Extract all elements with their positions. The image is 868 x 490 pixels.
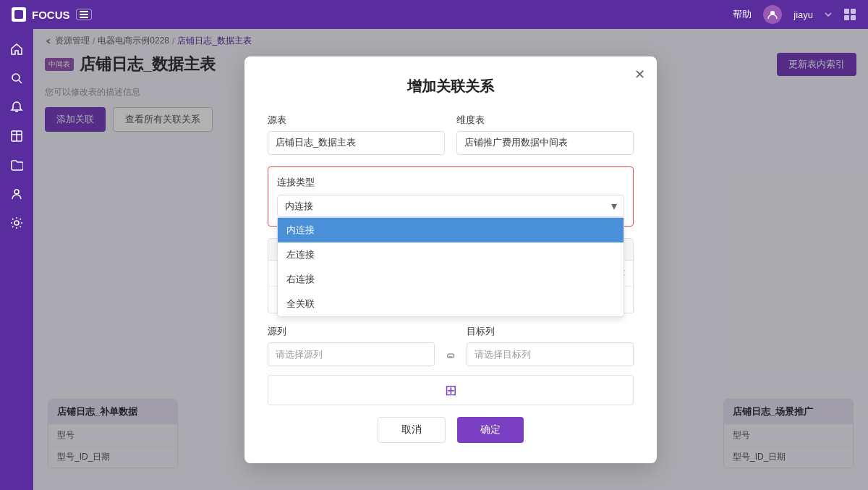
dropdown-option-full[interactable]: 全关联 [278,292,624,316]
sidebar-home-icon[interactable] [4,36,30,62]
source-col-group: 源列 请选择源列 [268,325,435,366]
sidebar-search-icon[interactable] [4,65,30,91]
svg-rect-1 [80,14,88,15]
logo-icon [12,7,26,22]
content-area: 资源管理 / 电器电商示例0228 / 店铺日志_数据主表 中间表 店铺日志_数… [33,29,868,490]
username: jiayu [793,9,813,20]
svg-line-9 [19,80,22,83]
help-text[interactable]: 帮助 [733,8,752,21]
svg-point-15 [14,221,19,225]
modal-close-button[interactable]: ✕ [634,67,645,83]
modal-overlay: ✕ 增加关联关系 源表 维度表 连接类型 [33,29,868,490]
app-name: FOCUS [32,9,70,21]
dimension-group: 维度表 [456,114,634,155]
svg-rect-7 [851,15,856,20]
svg-point-8 [12,74,20,81]
nav-left: FOCUS [12,7,92,22]
svg-rect-5 [851,9,856,14]
avatar[interactable] [763,5,782,24]
top-nav: FOCUS 帮助 jiayu [0,0,868,29]
conn-type-select[interactable]: 内连接 左连接 右连接 全关联 [277,195,624,217]
sidebar-bell-icon[interactable] [4,94,30,120]
dropdown-option-inner[interactable]: 内连接 [278,218,624,242]
dropdown-option-right[interactable]: 右连接 [278,267,624,292]
conn-type-label: 连接类型 [277,176,624,189]
confirm-button[interactable]: 确定 [457,417,524,443]
cancel-button[interactable]: 取消 [378,417,446,443]
sidebar-folder-icon[interactable] [4,152,30,178]
conn-type-section: 连接类型 内连接 左连接 右连接 全关联 ▾ 内连接 左连接 [268,166,634,227]
sidebar-person-icon[interactable] [4,181,30,207]
add-condition-row: ⊞ [268,375,634,405]
target-col-label: 目标列 [467,325,634,338]
dimension-label: 维度表 [456,114,634,127]
conn-type-select-wrapper: 内连接 左连接 右连接 全关联 ▾ 内连接 左连接 右连接 全关联 [277,195,624,217]
col-select-area: 源列 请选择源列 目标列 请选择目标列 [268,325,634,366]
modal-footer: 取消 确定 [268,417,634,443]
svg-point-14 [14,190,19,194]
link-icon [443,350,458,366]
sidebar-settings-icon[interactable] [4,210,30,236]
source-label: 源表 [268,114,445,127]
nav-right: 帮助 jiayu [733,5,856,24]
dropdown-option-left[interactable]: 左连接 [278,242,624,267]
svg-rect-6 [844,15,849,20]
svg-rect-0 [80,11,88,12]
dimension-input[interactable] [456,131,634,155]
user-chevron-icon [825,12,832,17]
target-col-group: 目标列 请选择目标列 [467,325,634,366]
svg-rect-2 [80,17,88,18]
target-col-dropdown[interactable]: 请选择目标列 [467,342,634,366]
modal-title: 增加关联关系 [268,77,634,96]
source-col-label: 源列 [268,325,435,338]
svg-rect-4 [844,9,849,14]
source-input[interactable] [268,131,445,155]
conn-type-dropdown: 内连接 左连接 右连接 全关联 [277,217,624,317]
source-dimension-row: 源表 维度表 [268,114,634,155]
grid-icon[interactable] [843,8,856,21]
modal-dialog: ✕ 增加关联关系 源表 维度表 连接类型 [244,56,657,463]
sidebar [0,29,33,490]
source-group: 源表 [268,114,445,155]
source-col-dropdown[interactable]: 请选择源列 [268,342,435,366]
expand-icon[interactable] [76,9,92,20]
add-condition-button[interactable]: ⊞ [445,381,457,399]
sidebar-table-icon[interactable] [4,123,30,149]
